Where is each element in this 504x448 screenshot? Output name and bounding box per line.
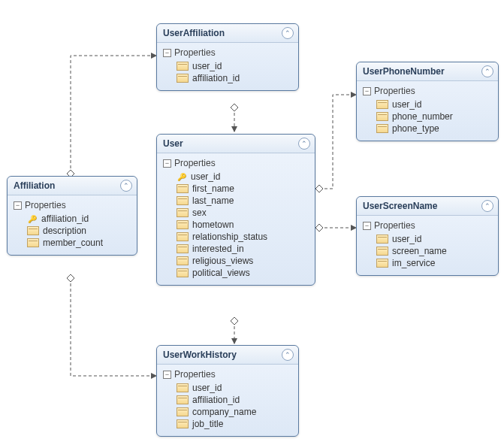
entity-User[interactable]: User Properties user_id first_name last_… (156, 134, 315, 286)
property-item: user_id (177, 382, 292, 394)
property-item: political_views (177, 267, 309, 279)
toggle-icon[interactable] (14, 201, 22, 210)
toggle-icon[interactable] (163, 371, 171, 379)
property-icon (376, 124, 388, 133)
toggle-icon[interactable] (163, 159, 171, 168)
property-icon (177, 419, 189, 428)
property-icon (177, 244, 189, 253)
section-title: Properties (174, 158, 216, 168)
collapse-icon[interactable] (282, 27, 294, 39)
property-item: user_id (177, 171, 309, 183)
property-item: phone_number (376, 110, 492, 123)
property-icon (376, 247, 388, 256)
entity-title: User (163, 138, 183, 149)
property-list: user_id first_name last_name sex hometow… (163, 171, 309, 279)
property-item: user_id (177, 60, 292, 72)
section-title: Properties (374, 86, 415, 96)
entity-UserWorkHistory[interactable]: UserWorkHistory Properties user_id affil… (156, 345, 299, 437)
entity-title: UserPhoneNumber (363, 66, 445, 77)
entity-title: UserScreenName (363, 201, 437, 211)
properties-section: Properties user_id screen_name im_servic… (357, 216, 498, 275)
property-item: interested_in (177, 243, 309, 255)
entity-Affiliation[interactable]: Affiliation Properties affiliation_id de… (7, 176, 137, 256)
property-list: user_id screen_name im_service (363, 233, 492, 269)
property-icon (177, 268, 189, 277)
property-icon (177, 74, 189, 83)
property-list: user_id phone_number phone_type (363, 98, 492, 135)
property-icon (177, 407, 189, 416)
section-title: Properties (374, 220, 415, 231)
property-item: relationship_status (177, 231, 309, 243)
property-item: screen_name (376, 245, 492, 257)
collapse-icon[interactable] (282, 349, 294, 361)
entity-title: UserWorkHistory (163, 350, 237, 360)
entity-UserPhoneNumber[interactable]: UserPhoneNumber Properties user_id phone… (356, 62, 499, 141)
property-icon (177, 232, 189, 241)
property-list: user_id affiliation_id (163, 60, 292, 84)
property-item: description (27, 225, 131, 237)
properties-section: Properties user_id first_name last_name … (157, 153, 315, 285)
properties-section: Properties user_id phone_number phone_ty… (357, 81, 498, 141)
collapse-icon[interactable] (120, 180, 132, 192)
property-item: sex (177, 207, 309, 219)
key-icon (177, 172, 187, 181)
section-title: Properties (174, 369, 216, 380)
properties-section: Properties user_id affiliation_id compan… (157, 365, 298, 436)
entity-title: UserAffiliation (163, 28, 225, 38)
entity-header[interactable]: Affiliation (8, 177, 137, 195)
section-title: Properties (174, 47, 216, 58)
section-title: Properties (25, 200, 66, 210)
property-icon (177, 208, 189, 217)
property-icon (376, 100, 388, 109)
property-icon (177, 62, 189, 71)
property-item: phone_type (376, 123, 492, 135)
property-icon (177, 184, 189, 193)
property-item: last_name (177, 195, 309, 207)
property-icon (27, 238, 39, 247)
properties-section: Properties user_id affiliation_id (157, 43, 298, 90)
property-icon (177, 196, 189, 205)
property-icon (27, 226, 39, 235)
property-item: affiliation_id (177, 394, 292, 406)
toggle-icon[interactable] (363, 87, 371, 95)
property-item: user_id (376, 98, 492, 110)
property-item: affiliation_id (27, 213, 131, 225)
entity-header[interactable]: UserWorkHistory (157, 346, 298, 365)
property-icon (376, 259, 388, 268)
property-icon (177, 220, 189, 229)
property-icon (177, 395, 189, 404)
property-list: user_id affiliation_id company_name job_… (163, 382, 292, 430)
collapse-icon[interactable] (298, 138, 310, 150)
entity-header[interactable]: User (157, 135, 315, 153)
entity-UserScreenName[interactable]: UserScreenName Properties user_id screen… (356, 196, 499, 276)
property-icon (177, 256, 189, 265)
entity-header[interactable]: UserPhoneNumber (357, 62, 498, 81)
entity-title: Affiliation (14, 180, 55, 191)
property-item: company_name (177, 406, 292, 418)
property-item: im_service (376, 257, 492, 269)
property-item: affiliation_id (177, 72, 292, 84)
property-item: religious_views (177, 255, 309, 267)
properties-section: Properties affiliation_id description me… (8, 195, 137, 255)
toggle-icon[interactable] (163, 49, 171, 57)
key-icon (27, 214, 38, 223)
property-list: affiliation_id description member_count (14, 213, 131, 249)
property-item: hometown (177, 219, 309, 231)
entity-header[interactable]: UserAffiliation (157, 24, 298, 43)
property-item: first_name (177, 183, 309, 195)
property-item: member_count (27, 237, 131, 249)
property-icon (376, 235, 388, 244)
property-item: job_title (177, 418, 292, 430)
property-icon (177, 383, 189, 392)
property-item: user_id (376, 233, 492, 245)
collapse-icon[interactable] (481, 200, 493, 212)
entity-UserAffiliation[interactable]: UserAffiliation Properties user_id affil… (156, 23, 299, 91)
toggle-icon[interactable] (363, 222, 371, 230)
entity-header[interactable]: UserScreenName (357, 197, 498, 216)
property-icon (376, 112, 388, 121)
collapse-icon[interactable] (481, 65, 493, 77)
